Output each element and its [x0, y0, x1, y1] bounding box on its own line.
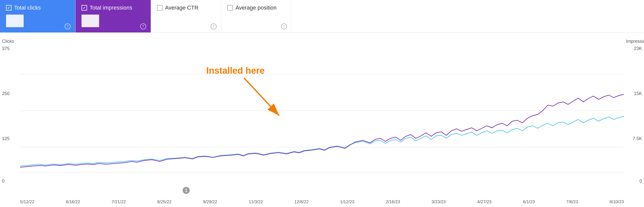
left-axis-title: Clicks [0, 38, 20, 45]
right-axis-0: 0 [624, 178, 644, 185]
y-axis-right: Impressions 23K 15K 7.5K 0 [624, 38, 644, 192]
metric-tab-average-position[interactable]: Average position ? [221, 0, 292, 32]
average-position-label: Average position [235, 5, 277, 11]
average-ctr-label: Average CTR [165, 5, 198, 11]
marker-circle[interactable]: 1 [183, 187, 190, 194]
right-axis-title: Impressions [624, 38, 644, 45]
chart-svg [20, 38, 624, 184]
x-label-6: 12/8/22 [294, 199, 309, 204]
x-label-13: 8/10/23 [610, 199, 624, 204]
x-label-5: 11/3/22 [249, 199, 263, 204]
metric-tab-impressions-header: ✓ Total impressions [82, 5, 145, 11]
x-axis: 5/12/22 6/16/22 7/21/22 8/25/22 9/29/22 … [20, 199, 624, 204]
metric-tab-total-clicks[interactable]: ✓ Total clicks ? [0, 0, 75, 32]
y-axis-left: Clicks 375 250 125 0 [0, 38, 20, 192]
left-axis-125: 125 [0, 135, 20, 142]
total-clicks-value-box [6, 15, 24, 27]
x-label-10: 4/27/23 [477, 199, 492, 204]
x-label-11: 6/1/23 [523, 199, 535, 204]
chart-svg-container [20, 38, 624, 184]
metrics-row: ✓ Total clicks ? ✓ Total impressions ? A… [0, 0, 644, 33]
x-label-4: 9/29/22 [203, 199, 217, 204]
average-position-help[interactable]: ? [281, 23, 287, 29]
total-impressions-label: Total impressions [90, 5, 132, 11]
x-label-8: 2/16/23 [386, 199, 400, 204]
main-container: ✓ Total clicks ? ✓ Total impressions ? A… [0, 0, 644, 207]
right-axis-15k: 15K [624, 90, 644, 97]
total-clicks-label: Total clicks [14, 5, 41, 11]
left-axis-250: 250 [0, 90, 20, 97]
average-ctr-checkbox[interactable] [157, 5, 163, 11]
metric-tab-position-header: Average position [227, 5, 286, 11]
average-ctr-help[interactable]: ? [211, 23, 217, 29]
x-label-2: 7/21/22 [111, 199, 126, 204]
right-axis-7-5k: 7.5K [624, 135, 644, 142]
metric-tab-total-impressions[interactable]: ✓ Total impressions ? [75, 0, 151, 32]
marker-value: 1 [185, 188, 187, 193]
left-axis-375: 375 [0, 45, 20, 52]
x-label-3: 8/25/22 [157, 199, 172, 204]
x-label-0: 5/12/22 [20, 199, 34, 204]
x-label-1: 6/16/22 [66, 199, 80, 204]
total-impressions-checkbox[interactable]: ✓ [82, 5, 87, 11]
total-clicks-checkbox[interactable]: ✓ [6, 5, 12, 11]
right-axis-23k: 23K [624, 45, 644, 52]
metric-tab-header: ✓ Total clicks [6, 5, 69, 11]
total-impressions-value-box [82, 15, 99, 27]
total-clicks-help[interactable]: ? [65, 23, 71, 29]
metric-tab-average-ctr[interactable]: Average CTR ? [151, 0, 221, 32]
chart-area: Clicks 375 250 125 0 Impressions 23K 15K… [0, 33, 644, 207]
x-label-9: 3/23/23 [431, 199, 446, 204]
x-label-7: 1/12/23 [340, 199, 354, 204]
left-axis-0: 0 [0, 178, 20, 185]
average-position-checkbox[interactable] [227, 5, 233, 11]
total-impressions-help[interactable]: ? [140, 23, 146, 29]
metric-tab-ctr-header: Average CTR [157, 5, 215, 11]
x-label-12: 7/6/23 [566, 199, 578, 204]
